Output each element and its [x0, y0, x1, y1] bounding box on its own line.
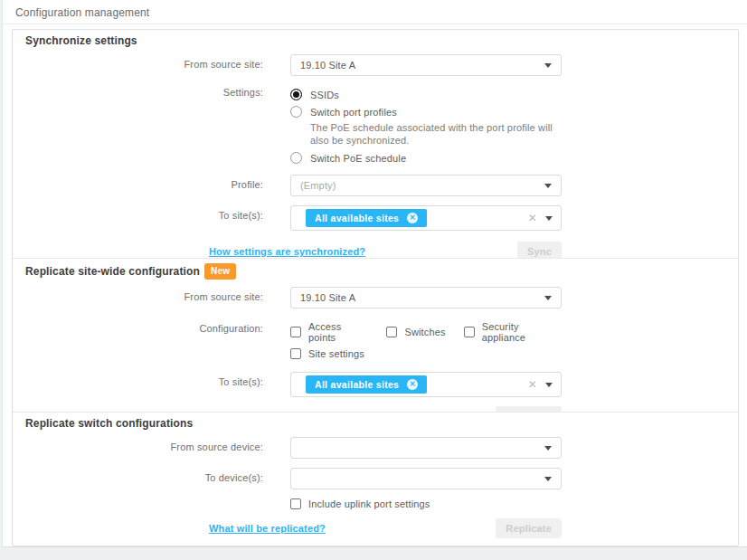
checkbox-icon[interactable] — [386, 327, 397, 337]
replicate-switch-section: Replicate switch configurations From sou… — [13, 412, 738, 546]
chevron-down-icon — [544, 477, 552, 481]
radio-option-switch-poe-schedule[interactable]: Switch PoE schedule — [290, 152, 562, 164]
checkbox-icon[interactable] — [290, 327, 301, 337]
checkbox-label: Access points — [308, 321, 368, 343]
checkbox-security-appliance[interactable]: Security appliance — [464, 321, 562, 343]
from-source-site-row: From source site: 19.10 Site A — [25, 287, 725, 308]
profile-value: (Empty) — [300, 180, 336, 191]
multiselect-icons: ✕ — [528, 213, 553, 223]
chevron-down-icon[interactable] — [545, 216, 553, 221]
checkbox-access-points[interactable]: Access points — [290, 321, 368, 343]
from-source-device-row: From source device: — [25, 437, 725, 459]
checkbox-label: Site settings — [308, 348, 364, 359]
to-sites-multiselect[interactable]: All available sites ✕ ✕ — [290, 372, 562, 397]
selected-site-chip: All available sites ✕ — [306, 375, 427, 394]
radio-label: SSIDs — [310, 90, 339, 100]
radio-label: Switch port profiles — [310, 107, 397, 118]
how-settings-synchronized-link[interactable]: How settings are synchronized? — [209, 246, 365, 257]
from-source-device-label: From source device: — [25, 437, 290, 452]
radio-button-icon[interactable] — [290, 106, 302, 118]
section-heading-replicate-sitewide: Replicate site-wide configurationNew — [25, 263, 725, 280]
profile-row: Profile: (Empty) — [25, 175, 725, 196]
replicate-switch-actions-row: What will be replicated? Replicate — [209, 518, 562, 538]
configuration-label: Configuration: — [25, 318, 290, 334]
multiselect-icons: ✕ — [528, 379, 553, 390]
replicate-sitewide-section: Replicate site-wide configurationNew Fro… — [13, 258, 738, 412]
checkbox-label: Security appliance — [482, 321, 562, 343]
checkbox-label: Switches — [404, 327, 445, 337]
what-will-be-replicated-link[interactable]: What will be replicated? — [209, 411, 326, 412]
chip-label: All available sites — [315, 379, 399, 390]
settings-label: Settings: — [25, 85, 290, 98]
configuration-management-panel: Configuration management Synchronize set… — [2, 0, 747, 547]
checkbox-row: Site settings — [290, 348, 562, 359]
synchronize-settings-section: Synchronize settings From source site: 1… — [13, 30, 738, 258]
replicate-button[interactable]: Replicate — [496, 406, 562, 412]
to-devices-row: To device(s): — [25, 468, 725, 489]
from-source-site-label: From source site: — [25, 287, 290, 302]
uplink-checkbox-row: Include uplink port settings — [290, 498, 562, 509]
from-source-device-select[interactable] — [290, 437, 562, 459]
page-title: Configuration management — [3, 0, 747, 24]
what-will-be-replicated-link[interactable]: What will be replicated? — [209, 523, 326, 534]
from-source-site-value: 19.10 Site A — [300, 60, 355, 71]
configuration-row: Configuration: Access points Switches — [25, 318, 725, 365]
radio-button-icon[interactable] — [290, 89, 302, 100]
checkbox-row: Access points Switches Security applianc… — [290, 318, 562, 343]
checkbox-switches[interactable]: Switches — [386, 327, 445, 337]
to-sites-label: To site(s): — [25, 205, 290, 221]
checkbox-label: Include uplink port settings — [308, 498, 430, 509]
chevron-down-icon — [544, 63, 552, 68]
new-badge: New — [204, 263, 236, 280]
chevron-down-icon — [544, 184, 552, 188]
checkbox-icon[interactable] — [464, 327, 475, 337]
to-sites-multiselect[interactable]: All available sites ✕ ✕ — [290, 205, 562, 231]
to-sites-label: To site(s): — [25, 372, 290, 387]
checkbox-site-settings[interactable]: Site settings — [290, 348, 364, 359]
chip-remove-icon[interactable]: ✕ — [407, 379, 418, 390]
section-heading-replicate-switch: Replicate switch configurations — [25, 417, 725, 430]
replicate-button[interactable]: Replicate — [496, 518, 562, 538]
settings-radio-group: SSIDs Switch port profiles The PoE sched… — [290, 85, 562, 169]
from-source-site-select[interactable]: 19.10 Site A — [290, 54, 562, 76]
radio-label: Switch PoE schedule — [310, 153, 406, 164]
chip-label: All available sites — [315, 213, 399, 223]
chevron-down-icon[interactable] — [545, 383, 553, 387]
to-sites-row: To site(s): All available sites ✕ ✕ — [25, 205, 725, 231]
section-heading-text: Replicate site-wide configuration — [25, 265, 200, 278]
profile-label: Profile: — [25, 175, 290, 190]
radio-option-switch-port-profiles[interactable]: Switch port profiles — [290, 106, 562, 118]
chip-remove-icon[interactable]: ✕ — [407, 213, 418, 223]
uplink-row: Include uplink port settings — [25, 498, 725, 509]
to-sites-row: To site(s): All available sites ✕ ✕ — [25, 372, 725, 397]
from-source-site-label: From source site: — [25, 54, 290, 70]
settings-row: Settings: SSIDs Switch port profiles The… — [25, 85, 725, 169]
radio-option-ssids[interactable]: SSIDs — [290, 89, 562, 100]
clear-icon[interactable]: ✕ — [528, 379, 537, 390]
checkbox-icon[interactable] — [290, 498, 301, 509]
configuration-card: Synchronize settings From source site: 1… — [12, 29, 739, 546]
radio-button-icon[interactable] — [290, 152, 302, 164]
from-source-site-value: 19.10 Site A — [300, 292, 355, 303]
profile-select[interactable]: (Empty) — [290, 175, 562, 196]
chevron-down-icon — [544, 446, 552, 451]
checkbox-icon[interactable] — [290, 348, 301, 359]
radio-description: The PoE schedule associated with the por… — [310, 121, 562, 147]
configuration-checkbox-group: Access points Switches Security applianc… — [290, 318, 562, 365]
checkbox-include-uplink[interactable]: Include uplink port settings — [290, 498, 430, 509]
selected-site-chip: All available sites ✕ — [306, 209, 427, 227]
from-source-site-select[interactable]: 19.10 Site A — [290, 287, 562, 308]
sync-button[interactable]: Sync — [517, 242, 562, 258]
to-devices-select[interactable] — [290, 468, 562, 489]
from-source-site-row: From source site: 19.10 Site A — [25, 54, 725, 76]
chevron-down-icon — [544, 296, 552, 300]
clear-icon[interactable]: ✕ — [528, 213, 537, 223]
to-devices-label: To device(s): — [25, 468, 290, 483]
section-heading-synchronize: Synchronize settings — [25, 34, 725, 47]
synchronize-actions-row: How settings are synchronized? Sync — [209, 242, 562, 258]
